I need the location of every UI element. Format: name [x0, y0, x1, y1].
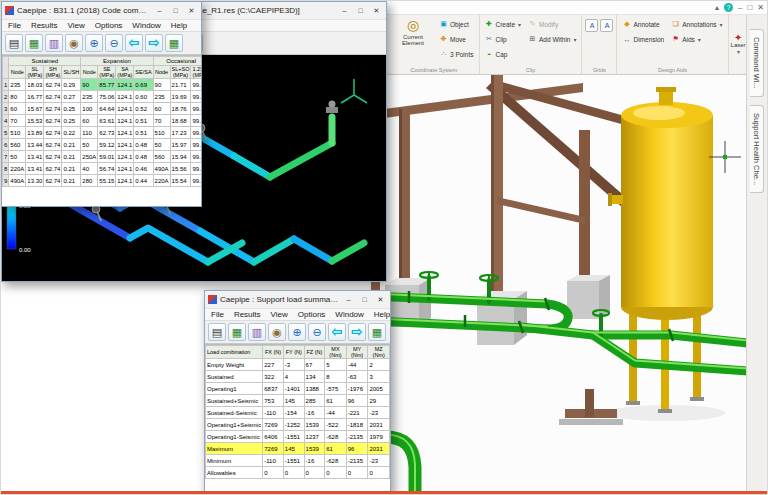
table-cell[interactable]: 99.29: [191, 115, 201, 127]
table-cell[interactable]: 124.1: [116, 115, 134, 127]
close-button[interactable]: [370, 5, 383, 17]
table-cell[interactable]: -1252: [283, 419, 304, 431]
table-cell[interactable]: 0.69: [134, 79, 153, 91]
grid-label-button[interactable]: A: [600, 19, 613, 32]
table-cell[interactable]: 99.29: [191, 163, 201, 175]
table-cell[interactable]: -1976: [346, 383, 368, 395]
table-cell[interactable]: 1388: [304, 383, 325, 395]
table-cell[interactable]: 62.74: [44, 91, 62, 103]
table-cell[interactable]: 0: [283, 467, 304, 479]
table-cell[interactable]: 124.1: [116, 175, 134, 187]
table-cell[interactable]: 3: [368, 371, 390, 383]
table-cell[interactable]: 61: [325, 395, 346, 407]
table-cell[interactable]: -1401: [283, 383, 304, 395]
table-cell[interactable]: 124.1: [116, 163, 134, 175]
table-cell[interactable]: 5: [325, 359, 346, 371]
camera-icon[interactable]: ◉: [268, 323, 286, 341]
table-cell[interactable]: 0.27: [62, 91, 81, 103]
table-cell[interactable]: 18.68: [170, 115, 191, 127]
table-cell[interactable]: Maximum: [206, 443, 263, 455]
table-cell[interactable]: 1539: [304, 419, 325, 431]
table-cell[interactable]: 70: [9, 115, 26, 127]
maximize-button[interactable]: [358, 294, 371, 306]
table-cell[interactable]: -44: [346, 359, 368, 371]
table-cell[interactable]: 62.74: [44, 103, 62, 115]
table-cell[interactable]: 510: [153, 127, 170, 139]
table-cell[interactable]: 17.23: [170, 127, 191, 139]
table-cell[interactable]: 124.1: [116, 79, 134, 91]
table-cell[interactable]: 220A: [9, 163, 26, 175]
prev-icon[interactable]: ⇦: [328, 323, 346, 341]
table-cell[interactable]: 70: [153, 115, 170, 127]
table-cell[interactable]: 96: [346, 443, 368, 455]
minimize-button[interactable]: [153, 5, 166, 17]
ribbon-button-add-within[interactable]: Add Within: [526, 32, 578, 46]
table-cell[interactable]: 110: [81, 127, 98, 139]
table-cell[interactable]: 8: [325, 371, 346, 383]
table-cell[interactable]: -23: [368, 455, 390, 467]
table-cell[interactable]: -110: [263, 407, 284, 419]
table-cell[interactable]: 0.48: [134, 139, 153, 151]
grid-icon[interactable]: ▦: [25, 34, 43, 52]
table-cell[interactable]: 124.1: [116, 151, 134, 163]
table-cell[interactable]: 0.46: [134, 163, 153, 175]
table-cell[interactable]: -16: [304, 407, 325, 419]
minimize-button[interactable]: [342, 294, 355, 306]
table-cell[interactable]: 0: [346, 467, 368, 479]
table-cell[interactable]: 99.29: [191, 127, 201, 139]
table-cell[interactable]: 2005: [368, 383, 390, 395]
table-cell[interactable]: 1237: [304, 431, 325, 443]
table-cell[interactable]: 280: [81, 175, 98, 187]
laser-button[interactable]: Laser: [729, 15, 748, 74]
maximize-icon[interactable]: [747, 3, 752, 13]
ribbon-button-cap[interactable]: Cap: [483, 47, 524, 61]
table-icon[interactable]: ▦: [165, 34, 183, 52]
table-cell[interactable]: Sustained: [206, 371, 263, 383]
table-cell[interactable]: 15.97: [170, 139, 191, 151]
table-cell[interactable]: 6406: [263, 431, 284, 443]
table-cell[interactable]: 18.76: [170, 103, 191, 115]
table-cell[interactable]: 75.06: [98, 91, 116, 103]
tab-support-health-checker[interactable]: Support Health Che...: [750, 105, 764, 193]
printer-icon[interactable]: ▤: [208, 323, 226, 341]
table-cell[interactable]: 62.74: [44, 151, 62, 163]
table-cell[interactable]: 60: [153, 103, 170, 115]
table-cell[interactable]: 62.74: [44, 115, 62, 127]
camera-icon[interactable]: ◉: [65, 34, 83, 52]
ribbon-button-modify[interactable]: Modify: [526, 17, 578, 31]
table-cell[interactable]: 490A: [9, 175, 26, 187]
ribbon-button-aids[interactable]: Aids: [669, 32, 724, 46]
menu-item-window[interactable]: Window: [330, 310, 368, 319]
printer-icon[interactable]: ▤: [5, 34, 23, 52]
table-cell[interactable]: 19.69: [170, 91, 191, 103]
table-cell[interactable]: 99.29: [191, 175, 201, 187]
table-cell[interactable]: 80: [9, 91, 26, 103]
titlebar[interactable]: Caepipe : B31.1 (2018) Code compliance (…: [2, 2, 201, 19]
table-cell[interactable]: 100: [81, 103, 98, 115]
maximize-button[interactable]: [169, 5, 182, 17]
table-cell[interactable]: 134: [304, 371, 325, 383]
table-cell[interactable]: 63.61: [98, 115, 116, 127]
menu-item-help[interactable]: Help: [369, 310, 395, 319]
close-button[interactable]: [185, 5, 198, 17]
next-icon[interactable]: ⇨: [348, 323, 366, 341]
table-cell[interactable]: 4: [283, 371, 304, 383]
table-cell[interactable]: 50: [81, 139, 98, 151]
table-cell[interactable]: 18.03: [26, 79, 44, 91]
table-cell[interactable]: 99.29: [191, 151, 201, 163]
table-cell[interactable]: -2135: [346, 455, 368, 467]
table-cell[interactable]: 62.73: [98, 127, 116, 139]
ribbon-button-dimension[interactable]: Dimension: [620, 32, 666, 46]
table-cell[interactable]: 0.44: [134, 175, 153, 187]
table-cell[interactable]: 2: [368, 359, 390, 371]
help-icon[interactable]: [724, 3, 733, 12]
table-cell[interactable]: 0: [304, 467, 325, 479]
table-cell[interactable]: Minimum: [206, 455, 263, 467]
table-cell[interactable]: 6837: [263, 383, 284, 395]
table-cell[interactable]: 510: [9, 127, 26, 139]
table-cell[interactable]: 124.1: [116, 103, 134, 115]
menu-item-view[interactable]: View: [266, 310, 293, 319]
table-cell[interactable]: 0.51: [134, 115, 153, 127]
table-cell[interactable]: 0.21: [62, 175, 81, 187]
table-cell[interactable]: Operating1+Seismic: [206, 419, 263, 431]
